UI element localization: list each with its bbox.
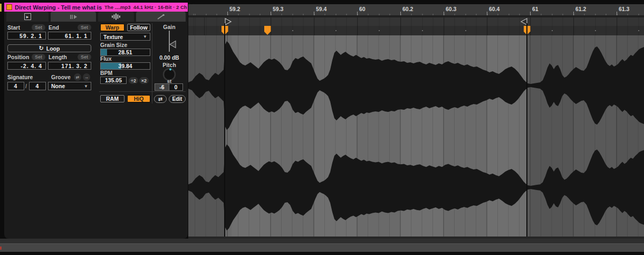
- half-beat-dot: [465, 30, 466, 31]
- grain-size-slider[interactable]: 28.51: [100, 49, 150, 56]
- flux-label: Flux: [100, 55, 112, 62]
- adjacent-clip-color-sliver: [0, 4, 2, 12]
- ruler-beat-tick: [573, 12, 574, 15]
- ruler-beat-label: 61: [532, 6, 539, 12]
- status-bar-red-mark: [0, 247, 2, 250]
- length-value[interactable]: 171. 3. 2: [48, 62, 91, 70]
- signature-label: Signature: [7, 74, 33, 80]
- ruler-beat-label: 61.3: [619, 6, 629, 12]
- ableton-clip-view: Direct Warping - Tell me what is The ...…: [0, 0, 644, 255]
- panel-divider: [152, 23, 152, 103]
- clip-file-name: The ....mp3: [104, 4, 131, 10]
- bpm-label: BPM: [100, 70, 112, 76]
- end-value[interactable]: 61. 1. 1: [48, 32, 91, 40]
- tab-audio[interactable]: [98, 12, 134, 22]
- groove-value: None: [51, 83, 65, 89]
- ruler-beat-tick: [487, 12, 487, 15]
- groove-commit-button[interactable]: →: [83, 73, 90, 81]
- reverse-sample-button[interactable]: ⇄: [154, 95, 167, 103]
- launch-tab-icon: [69, 14, 78, 20]
- position-set-button[interactable]: Set: [32, 54, 45, 60]
- warp-marker-lane[interactable]: [188, 26, 644, 35]
- start-set-button[interactable]: Set: [32, 24, 45, 31]
- warp-mode-value: Texture: [103, 34, 123, 40]
- half-beat-dot: [292, 30, 293, 31]
- edit-sample-button[interactable]: Edit: [169, 95, 186, 103]
- signature-separator: /: [25, 83, 27, 89]
- signature-numerator[interactable]: 4: [7, 82, 24, 90]
- tab-envelopes[interactable]: [136, 12, 186, 22]
- ruler-beat-tick: [314, 12, 314, 15]
- ruler-beat-tick: [444, 12, 444, 15]
- ruler-beat-tick: [357, 12, 358, 15]
- length-set-button[interactable]: Set: [78, 54, 91, 60]
- end-label: End: [49, 24, 59, 31]
- chevron-down-icon: ▼: [143, 34, 147, 39]
- gain-label: Gain: [154, 24, 185, 30]
- ruler-beat-label: 59.4: [316, 6, 326, 12]
- clip-color-swatch[interactable]: [6, 4, 12, 10]
- start-label: Start: [7, 24, 20, 31]
- ruler-beat-label: 60.3: [446, 6, 456, 12]
- half-beat-dot: [552, 30, 553, 31]
- start-end-marker-lane[interactable]: [188, 17, 644, 26]
- position-value[interactable]: -2. 4. 4: [7, 62, 46, 70]
- tab-launch[interactable]: [51, 12, 96, 22]
- clip-start-line[interactable]: [224, 23, 225, 35]
- position-label: Position: [7, 54, 29, 60]
- flux-slider[interactable]: 39.84: [100, 62, 150, 70]
- pitch-transpose-value[interactable]: -6: [155, 83, 169, 91]
- ruler-beat-tick: [227, 12, 228, 15]
- gain-slider[interactable]: [158, 30, 181, 52]
- bpm-double-button[interactable]: ×2: [139, 77, 149, 84]
- bpm-half-button[interactable]: ÷2: [129, 77, 138, 84]
- loop-button[interactable]: ↻ Loop: [7, 44, 91, 52]
- panel-divider: [99, 91, 186, 92]
- grain-size-value: 28.51: [101, 49, 150, 55]
- flux-value: 39.84: [101, 63, 150, 69]
- ruler-beat-label: 60.4: [489, 6, 499, 12]
- envelope-tab-icon: [157, 14, 165, 20]
- ram-button[interactable]: RAM: [100, 95, 124, 102]
- audio-waveform-tab-icon: [111, 13, 121, 20]
- pitch-detune-value[interactable]: 0: [169, 83, 183, 91]
- groove-select[interactable]: None ▼: [48, 82, 91, 90]
- groove-label: Groove: [51, 74, 71, 80]
- clip-end-line[interactable]: [526, 23, 527, 35]
- ruler-beat-label: 60: [359, 6, 366, 12]
- clip-view-bottom-gap: [0, 239, 644, 243]
- beat-time-ruler[interactable]: 59.259.359.46060.260.360.46161.261.3: [188, 4, 644, 15]
- signature-denominator[interactable]: 4: [29, 82, 46, 90]
- gain-slider-handle[interactable]: [170, 41, 176, 48]
- sample-waveform-display[interactable]: [188, 35, 644, 237]
- beat-grid: [188, 26, 644, 35]
- chevron-down-icon: ▼: [84, 84, 88, 89]
- bpm-value[interactable]: 135.05: [100, 77, 127, 84]
- warp-button[interactable]: Warp: [100, 24, 124, 31]
- ruler-beat-tick: [271, 12, 271, 15]
- gain-value[interactable]: 0.00 dB: [154, 54, 185, 61]
- half-beat-dot: [335, 30, 337, 31]
- tab-clip[interactable]: ▶: [6, 12, 49, 22]
- warp-mode-select[interactable]: Texture ▼: [100, 33, 150, 41]
- ruler-beat-tick: [400, 12, 401, 15]
- groove-hotswap-button[interactable]: ⇄: [74, 73, 81, 81]
- half-beat-dot: [422, 30, 423, 31]
- beat-grid: [188, 17, 644, 26]
- clip-file-info: 44.1 kHz · 16-Bit · 2 Ch: [133, 4, 187, 10]
- end-set-button[interactable]: Set: [78, 24, 91, 31]
- clip-title-bar[interactable]: Direct Warping - Tell me what is The ...…: [4, 3, 188, 12]
- ruler-beat-tick: [530, 12, 531, 15]
- pitch-knob-indicator: [169, 69, 171, 71]
- grain-size-label: Grain Size: [100, 42, 127, 48]
- loop-button-label: Loop: [46, 45, 60, 52]
- ruler-beat-label: 59.2: [229, 6, 240, 12]
- follow-button[interactable]: Follow: [127, 24, 150, 31]
- clip-start-marker[interactable]: [225, 18, 232, 25]
- start-value[interactable]: 59. 2. 1: [7, 32, 46, 40]
- ruler-beat-label: 61.2: [575, 6, 586, 12]
- ruler-beat-tick: [617, 12, 617, 15]
- half-beat-dot: [638, 30, 639, 31]
- hiq-button[interactable]: HiQ: [127, 95, 150, 102]
- ruler-beat-label: 59.3: [273, 6, 283, 12]
